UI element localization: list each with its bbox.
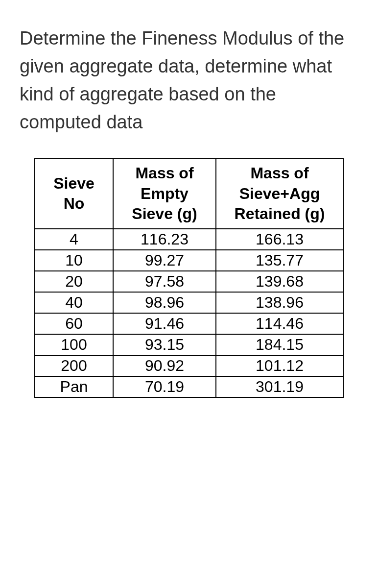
cell-retained: 135.77 — [216, 250, 343, 271]
cell-sieve: 40 — [35, 292, 113, 313]
cell-retained: 301.19 — [216, 376, 343, 397]
cell-empty: 98.96 — [113, 292, 216, 313]
cell-retained: 101.12 — [216, 355, 343, 376]
table-row: 4 116.23 166.13 — [35, 229, 343, 250]
cell-empty: 91.46 — [113, 313, 216, 334]
cell-sieve: 100 — [35, 334, 113, 355]
cell-sieve: 10 — [35, 250, 113, 271]
cell-retained: 184.15 — [216, 334, 343, 355]
cell-retained: 139.68 — [216, 271, 343, 292]
cell-retained: 166.13 — [216, 229, 343, 250]
cell-empty: 99.27 — [113, 250, 216, 271]
table-row: Pan 70.19 301.19 — [35, 376, 343, 397]
col-header-retained: Mass of Sieve+Agg Retained (g) — [216, 159, 343, 229]
table-row: 10 99.27 135.77 — [35, 250, 343, 271]
cell-sieve: 200 — [35, 355, 113, 376]
table-row: 40 98.96 138.96 — [35, 292, 343, 313]
cell-sieve: 4 — [35, 229, 113, 250]
cell-retained: 138.96 — [216, 292, 343, 313]
sieve-data-table: Sieve No Mass of Empty Sieve (g) Mass of… — [34, 158, 344, 398]
table-header-row: Sieve No Mass of Empty Sieve (g) Mass of… — [35, 159, 343, 229]
table-row: 200 90.92 101.12 — [35, 355, 343, 376]
cell-empty: 70.19 — [113, 376, 216, 397]
cell-empty: 93.15 — [113, 334, 216, 355]
cell-sieve: Pan — [35, 376, 113, 397]
table-row: 60 91.46 114.46 — [35, 313, 343, 334]
cell-sieve: 60 — [35, 313, 113, 334]
cell-retained: 114.46 — [216, 313, 343, 334]
cell-empty: 90.92 — [113, 355, 216, 376]
col-header-empty: Mass of Empty Sieve (g) — [113, 159, 216, 229]
cell-sieve: 20 — [35, 271, 113, 292]
cell-empty: 97.58 — [113, 271, 216, 292]
table-row: 20 97.58 139.68 — [35, 271, 343, 292]
col-header-sieve: Sieve No — [35, 159, 113, 229]
table-row: 100 93.15 184.15 — [35, 334, 343, 355]
question-text: Determine the Fineness Modulus of the gi… — [20, 24, 358, 136]
cell-empty: 116.23 — [113, 229, 216, 250]
